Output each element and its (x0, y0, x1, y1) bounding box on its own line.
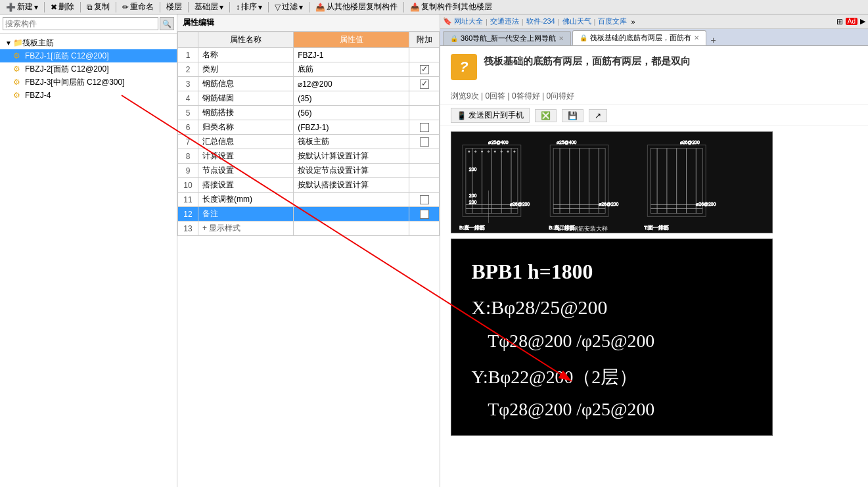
tree-item-fbzj3[interactable]: ⚙ FBZJ-3[中间层筋 C12@300] (0, 76, 177, 89)
images-area: B:底一排筋 B:底二排筋 (440, 126, 868, 441)
row-checkbox[interactable] (420, 65, 429, 74)
link-software[interactable]: 软件-234 (526, 16, 555, 26)
link-baidu[interactable]: 百度文库 (598, 16, 627, 26)
tree-root-label: 筏板主筋 (22, 37, 54, 49)
row-value-cell[interactable]: ⌀12@200 (294, 77, 409, 91)
row-attach-cell[interactable] (409, 193, 440, 207)
tree-root[interactable]: ▼ 📁 筏板主筋 (0, 36, 177, 49)
row-value-cell[interactable] (294, 193, 409, 207)
row-value-cell[interactable]: 底筋 (294, 62, 409, 77)
row-name-cell[interactable]: 汇总信息 (198, 135, 294, 149)
tree-label-fbzj1: FBZJ-1[底筋 C12@200] (25, 51, 109, 62)
tab-360-label: 360导航_新一代安全上网导航 (461, 34, 556, 43)
row-num-cell: 6 (178, 120, 198, 135)
grid-icon: ⊞ (836, 17, 843, 26)
row-value-cell[interactable] (294, 207, 409, 221)
row-name-cell[interactable]: 归类名称 (198, 120, 294, 135)
tree-item-fbzj1[interactable]: ⚙ FBZJ-1[底筋 C12@200] (0, 49, 177, 62)
tree-item-fbzj2[interactable]: ⚙ FBZJ-2[面筋 C12@200] (0, 62, 177, 76)
svg-point-4 (475, 151, 476, 152)
row-name-cell[interactable]: 类别 (198, 62, 294, 77)
tab-faban[interactable]: 🔒 筏板基础的底筋有两层，面筋有 ✕ (572, 30, 706, 45)
sep7 (268, 2, 269, 12)
tab-360-close[interactable]: ✕ (559, 35, 564, 42)
copy-to-floor-button[interactable]: 📥 复制构件到其他楼层 (407, 1, 495, 13)
tab-360[interactable]: 🔒 360导航_新一代安全上网导航 ✕ (443, 31, 571, 45)
row-name-cell[interactable]: 名称 (198, 48, 294, 62)
row-num-cell: 2 (178, 62, 198, 77)
tree-item-fbzj4[interactable]: ⚙ FBZJ-4 (0, 89, 177, 102)
link-traffic[interactable]: 交通违法 (490, 16, 519, 26)
sort-button[interactable]: ↕ 排序 ▾ (233, 1, 265, 13)
row-value-cell[interactable]: (35) (294, 91, 409, 106)
copy-from-floor-button[interactable]: 📤 从其他楼层复制构件 (312, 1, 401, 13)
row-value-cell[interactable]: (56) (294, 106, 409, 120)
filter-button[interactable]: ▽ 过滤 ▾ (271, 1, 306, 13)
row-checkbox[interactable] (420, 123, 429, 132)
link-webdazq[interactable]: 网址大全 (454, 16, 483, 26)
row-value-cell[interactable]: 筏板主筋 (294, 135, 409, 149)
row-attach-cell[interactable] (409, 77, 440, 91)
copy-button[interactable]: ⧉ 复制 (83, 1, 113, 13)
search-input[interactable] (3, 17, 158, 30)
row-checkbox[interactable] (420, 210, 429, 219)
new-button[interactable]: ➕ 新建 ▾ (3, 1, 41, 13)
filter-dropdown-icon: ▾ (299, 3, 303, 12)
foundation-button[interactable]: 基础层 ▾ (191, 1, 227, 13)
row-value-cell[interactable]: 按默认搭接设置计算 (294, 178, 409, 193)
save-button[interactable]: 💾 (562, 109, 583, 122)
svg-text:BPB1钢筋安装大样: BPB1钢筋安装大样 (557, 225, 608, 232)
link-weather[interactable]: 佛山天气 (562, 16, 591, 26)
close-button[interactable]: ❎ (535, 109, 557, 122)
row-name-cell[interactable]: + 显示样式 (198, 221, 294, 236)
svg-text:200: 200 (469, 167, 477, 172)
row-checkbox[interactable] (420, 80, 429, 89)
row-attach-cell[interactable] (409, 62, 440, 77)
row-attach-cell[interactable] (409, 120, 440, 135)
svg-text:B:底一排筋: B:底一排筋 (459, 225, 485, 231)
row-checkbox[interactable] (420, 137, 429, 147)
svg-point-6 (488, 151, 489, 152)
folder-icon: 📁 (13, 38, 22, 47)
row-name-cell[interactable]: 备注 (198, 207, 294, 221)
row-attach-cell[interactable] (409, 207, 440, 221)
row-checkbox[interactable] (420, 195, 429, 204)
rename-button[interactable]: ✏ 重命名 (119, 1, 157, 13)
svg-text:⌀26@200: ⌀26@200 (696, 202, 716, 206)
cad-image-1: B:底一排筋 B:底二排筋 (451, 131, 773, 233)
row-name-cell[interactable]: 节点设置 (198, 164, 294, 178)
send-image-button[interactable]: 📱 发送图片到手机 (451, 108, 530, 123)
tab-faban-close[interactable]: ✕ (694, 34, 699, 41)
row-name-cell[interactable]: 长度调整(mm) (198, 193, 294, 207)
sep3 (116, 2, 116, 12)
row-name-cell[interactable]: 计算设置 (198, 149, 294, 164)
share-button[interactable]: ↗ (589, 109, 607, 122)
copy-to-icon: 📥 (410, 3, 420, 12)
sep6 (229, 2, 230, 12)
tab-360-icon: 🔒 (450, 35, 458, 42)
row-value-cell[interactable]: 按默认计算设置计算 (294, 149, 409, 164)
row-attach-cell (409, 178, 440, 193)
row-value-cell[interactable]: 按设定节点设置计算 (294, 164, 409, 178)
search-button[interactable]: 🔍 (160, 17, 174, 30)
row-attach-cell[interactable] (409, 135, 440, 149)
row-value-cell[interactable]: (FBZJ-1) (294, 120, 409, 135)
row-num-cell: 10 (178, 178, 198, 193)
row-value-cell[interactable]: FBZJ-1 (294, 48, 409, 62)
row-attach-cell (409, 164, 440, 178)
stats-text: 浏览9次 | 0回答 | 0答得好 | 0问得好 (451, 91, 574, 102)
tree-label-fbzj3: FBZJ-3[中间层筋 C12@300] (25, 77, 125, 88)
tree-root-toggle[interactable]: ▼ (5, 39, 13, 47)
row-name-cell[interactable]: 钢筋锚固 (198, 91, 294, 106)
row-name-cell[interactable]: 搭接设置 (198, 178, 294, 193)
table-row: 5钢筋搭接(56) (178, 106, 440, 120)
row-name-cell[interactable]: 钢筋信息 (198, 77, 294, 91)
row-value-cell[interactable] (294, 221, 409, 236)
row-name-cell[interactable]: 钢筋搭接 (198, 106, 294, 120)
delete-button[interactable]: ✖ 删除 (47, 1, 78, 13)
tab-add-button[interactable]: + (708, 35, 718, 45)
table-row: 6归类名称(FBZJ-1) (178, 120, 440, 135)
floor-button[interactable]: 楼层 (163, 1, 185, 13)
row-num-cell: 7 (178, 135, 198, 149)
sep8 (309, 2, 309, 12)
